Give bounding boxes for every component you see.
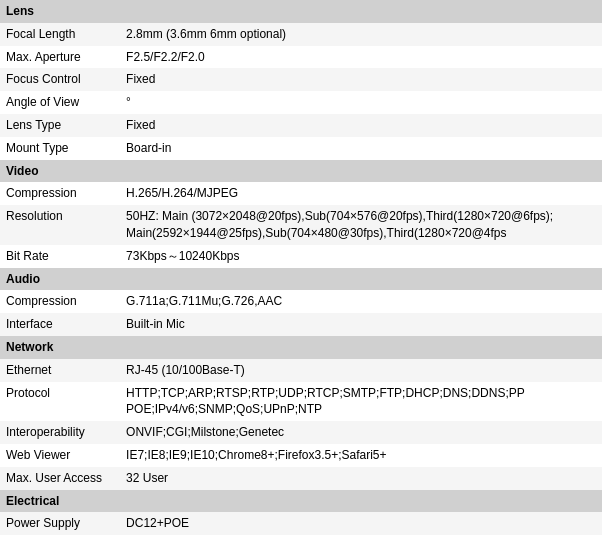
table-row: ProtocolHTTP;TCP;ARP;RTSP;RTP;UDP;RTCP;S… <box>0 382 602 422</box>
row-label: Interface <box>0 313 120 336</box>
section-title: Network <box>0 336 602 359</box>
table-row: CompressionH.265/H.264/MJPEG <box>0 182 602 205</box>
row-value: IE7;IE8;IE9;IE10;Chrome8+;Firefox3.5+;Sa… <box>120 444 602 467</box>
section-header: Audio <box>0 268 602 291</box>
row-label: Angle of View <box>0 91 120 114</box>
section-title: Audio <box>0 268 602 291</box>
row-value: Fixed <box>120 68 602 91</box>
table-row: Bit Rate73Kbps～10240Kbps <box>0 245 602 268</box>
row-value: 32 User <box>120 467 602 490</box>
row-label: Compression <box>0 290 120 313</box>
section-title: Electrical <box>0 490 602 513</box>
table-row: Power SupplyDC12+POE <box>0 512 602 535</box>
row-value: F2.5/F2.2/F2.0 <box>120 46 602 69</box>
row-label: Bit Rate <box>0 245 120 268</box>
table-row: EthernetRJ-45 (10/100Base-T) <box>0 359 602 382</box>
row-value: ° <box>120 91 602 114</box>
table-row: Lens TypeFixed <box>0 114 602 137</box>
section-header: Lens <box>0 0 602 23</box>
table-row: Web ViewerIE7;IE8;IE9;IE10;Chrome8+;Fire… <box>0 444 602 467</box>
row-value: Built-in Mic <box>120 313 602 336</box>
section-title: Lens <box>0 0 602 23</box>
row-value: 2.8mm (3.6mm 6mm optional) <box>120 23 602 46</box>
table-row: Max. ApertureF2.5/F2.2/F2.0 <box>0 46 602 69</box>
table-row: InteroperabilityONVIF;CGI;Milstone;Genet… <box>0 421 602 444</box>
row-value: H.265/H.264/MJPEG <box>120 182 602 205</box>
row-value: G.711a;G.711Mu;G.726,AAC <box>120 290 602 313</box>
row-label: Lens Type <box>0 114 120 137</box>
row-label: Resolution <box>0 205 120 245</box>
specs-table: LensFocal Length2.8mm (3.6mm 6mm optiona… <box>0 0 602 537</box>
table-row: Mount TypeBoard-in <box>0 137 602 160</box>
row-label: Power Supply <box>0 512 120 535</box>
row-value: RJ-45 (10/100Base-T) <box>120 359 602 382</box>
row-label: Web Viewer <box>0 444 120 467</box>
section-header: Video <box>0 160 602 183</box>
row-label: Mount Type <box>0 137 120 160</box>
table-row: InterfaceBuilt-in Mic <box>0 313 602 336</box>
table-row: Focal Length2.8mm (3.6mm 6mm optional) <box>0 23 602 46</box>
section-title: Video <box>0 160 602 183</box>
table-row: Max. User Access32 User <box>0 467 602 490</box>
row-label: Protocol <box>0 382 120 422</box>
table-row: Angle of View° <box>0 91 602 114</box>
row-value: Fixed <box>120 114 602 137</box>
row-value: 50HZ: Main (3072×2048@20fps),Sub(704×576… <box>120 205 602 245</box>
row-label: Max. Aperture <box>0 46 120 69</box>
table-row: Resolution50HZ: Main (3072×2048@20fps),S… <box>0 205 602 245</box>
row-label: Interoperability <box>0 421 120 444</box>
section-header: Network <box>0 336 602 359</box>
row-label: Compression <box>0 182 120 205</box>
row-label: Focus Control <box>0 68 120 91</box>
table-row: CompressionG.711a;G.711Mu;G.726,AAC <box>0 290 602 313</box>
row-value: 73Kbps～10240Kbps <box>120 245 602 268</box>
table-row: Focus ControlFixed <box>0 68 602 91</box>
row-value: DC12+POE <box>120 512 602 535</box>
row-label: Max. User Access <box>0 467 120 490</box>
row-value: HTTP;TCP;ARP;RTSP;RTP;UDP;RTCP;SMTP;FTP;… <box>120 382 602 422</box>
section-header: Electrical <box>0 490 602 513</box>
row-label: Ethernet <box>0 359 120 382</box>
row-value: ONVIF;CGI;Milstone;Genetec <box>120 421 602 444</box>
row-value: Board-in <box>120 137 602 160</box>
row-label: Focal Length <box>0 23 120 46</box>
